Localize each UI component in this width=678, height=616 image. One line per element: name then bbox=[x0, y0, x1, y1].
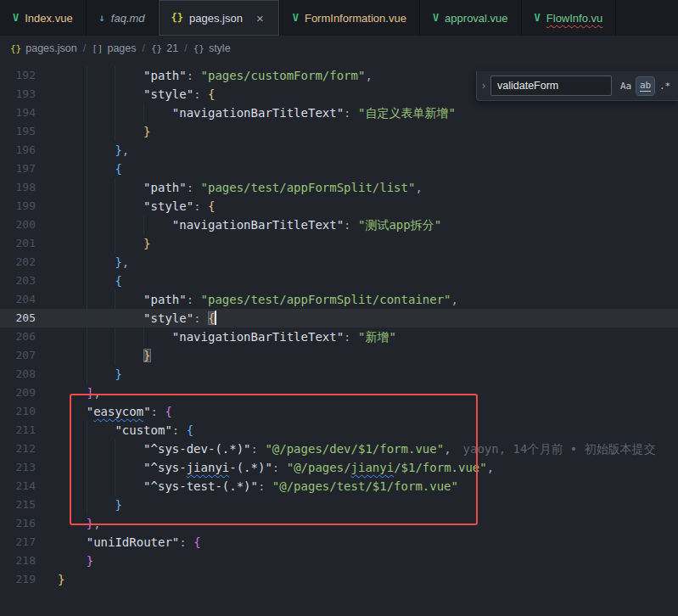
find-buttons: Aaab.* bbox=[612, 77, 678, 95]
editor[interactable]: 192"path": "pages/customForm/form",193"s… bbox=[0, 61, 678, 616]
line-number[interactable]: 208 bbox=[0, 365, 36, 384]
regex-button[interactable]: .* bbox=[656, 77, 674, 95]
whole-word-button[interactable]: ab bbox=[636, 77, 654, 95]
code-line[interactable]: 208} bbox=[0, 365, 678, 384]
line-number[interactable]: 198 bbox=[0, 178, 36, 197]
breadcrumb-label: pages bbox=[107, 42, 136, 54]
code-line[interactable]: 202}, bbox=[0, 253, 678, 272]
line-number[interactable]: 193 bbox=[0, 85, 36, 104]
line-number[interactable]: 201 bbox=[0, 234, 36, 253]
code-line[interactable]: 210"easycom": { bbox=[0, 402, 678, 421]
braces-icon: {} bbox=[10, 43, 21, 54]
whole-word-icon: ab bbox=[640, 80, 651, 92]
line-number[interactable]: 216 bbox=[0, 514, 36, 533]
code-line[interactable]: 194"navigationBarTitleText": "自定义表单新增" bbox=[0, 104, 678, 122]
line-number[interactable]: 210 bbox=[0, 402, 36, 421]
tab-approval-vue[interactable]: Vapproval.vue bbox=[420, 0, 522, 36]
line-number[interactable]: 219 bbox=[0, 570, 36, 589]
code-line[interactable]: 217"uniIdRouter": { bbox=[0, 533, 678, 552]
match-case-button[interactable]: Aa bbox=[617, 77, 635, 95]
breadcrumb-separator: / bbox=[184, 42, 187, 54]
tab-faq-md[interactable]: ↓faq.md bbox=[87, 0, 159, 36]
line-number[interactable]: 213 bbox=[0, 458, 36, 477]
code-line[interactable]: 205"style": { bbox=[0, 309, 678, 328]
breadcrumb-label: 21 bbox=[166, 42, 178, 54]
code-line[interactable]: 218} bbox=[0, 552, 678, 570]
line-number[interactable]: 200 bbox=[0, 216, 36, 234]
line-number[interactable]: 199 bbox=[0, 197, 36, 216]
braces-icon: {} bbox=[193, 43, 205, 54]
code-line[interactable]: 215} bbox=[0, 496, 678, 514]
tab-label: FormInformation.vue bbox=[305, 12, 406, 25]
code-line[interactable]: 197{ bbox=[0, 160, 678, 178]
line-number[interactable]: 195 bbox=[0, 122, 36, 141]
code-line[interactable]: 211"custom": { bbox=[0, 421, 678, 440]
find-widget: › Aaab.* bbox=[476, 71, 678, 101]
vscode-window: VIndex.vue↓faq.md{}pages.json×VFormInfor… bbox=[0, 0, 678, 616]
breadcrumb-item-style[interactable]: {}style bbox=[193, 42, 231, 54]
vue-icon: V bbox=[293, 12, 299, 24]
line-number[interactable]: 212 bbox=[0, 440, 36, 458]
tab-label: approval.vue bbox=[445, 12, 507, 25]
line-number[interactable]: 203 bbox=[0, 272, 36, 290]
tab-bar: VIndex.vue↓faq.md{}pages.json×VFormInfor… bbox=[0, 0, 678, 36]
code-line[interactable]: 209], bbox=[0, 384, 678, 402]
line-number[interactable]: 217 bbox=[0, 533, 36, 552]
line-number[interactable]: 202 bbox=[0, 253, 36, 272]
line-number[interactable]: 197 bbox=[0, 160, 36, 178]
vue-icon: V bbox=[535, 12, 541, 24]
breadcrumb-label: style bbox=[209, 42, 231, 54]
code-line[interactable]: 219} bbox=[0, 570, 678, 589]
markdown-icon: ↓ bbox=[99, 12, 105, 24]
line-number[interactable]: 204 bbox=[0, 290, 36, 309]
breadcrumb-item-21[interactable]: {}21 bbox=[151, 42, 178, 54]
line-number[interactable]: 214 bbox=[0, 477, 36, 496]
code-line[interactable]: 212"^sys-dev-(.*)": "@/pages/dev/$1/form… bbox=[0, 440, 678, 458]
toggle-replace-button[interactable]: › bbox=[477, 80, 490, 92]
brackets-icon: [] bbox=[92, 43, 103, 54]
match-case-icon: Aa bbox=[620, 81, 631, 92]
line-number[interactable]: 215 bbox=[0, 496, 36, 514]
breadcrumb: {}pages.json/[]pages/{}21/{}style bbox=[0, 36, 678, 61]
code-line[interactable]: 198"path": "pages/test/appFormSplit/list… bbox=[0, 178, 678, 197]
vue-icon: V bbox=[13, 12, 19, 24]
code-line[interactable]: 196}, bbox=[0, 141, 678, 160]
code-line[interactable]: 216}, bbox=[0, 514, 678, 533]
tab-flowinfo-vu[interactable]: VFlowInfo.vu bbox=[522, 0, 617, 36]
code-area: 192"path": "pages/customForm/form",193"s… bbox=[0, 61, 678, 589]
line-number[interactable]: 218 bbox=[0, 552, 36, 570]
line-number[interactable]: 194 bbox=[0, 104, 36, 122]
line-number[interactable]: 207 bbox=[0, 346, 36, 365]
breadcrumb-label: pages.json bbox=[25, 42, 76, 54]
line-number[interactable]: 211 bbox=[0, 421, 36, 440]
tab-label: Index.vue bbox=[25, 12, 72, 25]
code-line[interactable]: 207} bbox=[0, 346, 678, 365]
code-line[interactable]: 213"^sys-jianyi-(.*)": "@/pages/jianyi/$… bbox=[0, 458, 678, 477]
line-number[interactable]: 209 bbox=[0, 384, 36, 402]
tab-index-vue[interactable]: VIndex.vue bbox=[0, 0, 87, 36]
code-line[interactable]: 199"style": { bbox=[0, 197, 678, 216]
tab-forminformation-vue[interactable]: VFormInformation.vue bbox=[280, 0, 420, 36]
tab-label: faq.md bbox=[111, 12, 145, 25]
line-number[interactable]: 196 bbox=[0, 141, 36, 160]
breadcrumb-item-pages.json[interactable]: {}pages.json bbox=[10, 42, 77, 54]
code-line[interactable]: 200"navigationBarTitleText": "测试app拆分" bbox=[0, 216, 678, 234]
line-number[interactable]: 192 bbox=[0, 66, 36, 85]
braces-icon: {} bbox=[151, 43, 162, 54]
code-line[interactable]: 201} bbox=[0, 234, 678, 253]
code-line[interactable]: 203{ bbox=[0, 272, 678, 290]
close-tab-button[interactable]: × bbox=[254, 11, 266, 25]
breadcrumb-separator: / bbox=[83, 42, 86, 54]
tab-label: FlowInfo.vu bbox=[546, 12, 602, 25]
text-cursor bbox=[215, 311, 216, 325]
tab-pages-json[interactable]: {}pages.json× bbox=[159, 0, 280, 36]
code-line[interactable]: 195} bbox=[0, 122, 678, 141]
code-line[interactable]: 206"navigationBarTitleText": "新增" bbox=[0, 328, 678, 346]
line-number[interactable]: 205 bbox=[0, 309, 36, 328]
code-line[interactable]: 214"^sys-test-(.*)": "@/pages/test/$1/fo… bbox=[0, 477, 678, 496]
vue-icon: V bbox=[433, 12, 439, 24]
code-line[interactable]: 204"path": "pages/test/appFormSplit/cont… bbox=[0, 290, 678, 309]
breadcrumb-item-pages[interactable]: []pages bbox=[92, 42, 136, 54]
find-input[interactable] bbox=[490, 76, 612, 96]
line-number[interactable]: 206 bbox=[0, 328, 36, 346]
